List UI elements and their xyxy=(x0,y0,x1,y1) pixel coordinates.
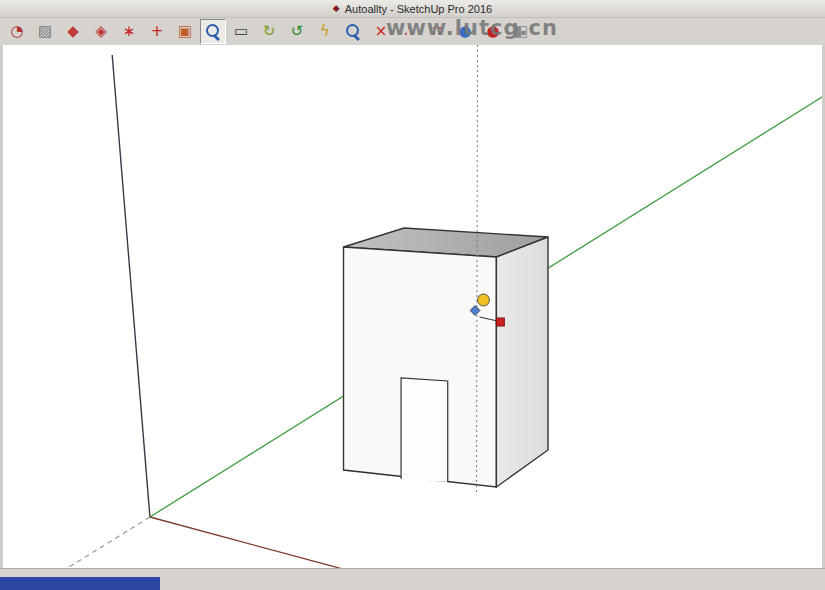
viewport-canvas[interactable] xyxy=(0,45,825,568)
paint-square-tool-icon[interactable]: ▣ xyxy=(172,19,198,44)
marker-yellow-circle xyxy=(478,294,490,306)
dots-tool-icon[interactable]: ∷ xyxy=(424,19,450,44)
green-axis-negative-dashed xyxy=(3,517,150,568)
status-blue-bar xyxy=(0,577,160,590)
door-opening[interactable] xyxy=(401,378,448,482)
box-tool-icon[interactable]: ◧ xyxy=(508,19,534,44)
zoom-plus-tool-icon[interactable] xyxy=(340,19,366,44)
cut-tool-icon[interactable]: × xyxy=(368,19,394,44)
swirl-tool-icon[interactable]: ↻ xyxy=(256,19,282,44)
sphere-tool-icon[interactable]: ● xyxy=(452,19,478,44)
box-right-face[interactable] xyxy=(496,237,548,487)
section-tool-icon[interactable]: ∴ xyxy=(396,19,422,44)
lightning-tool-icon[interactable]: ϟ xyxy=(312,19,338,44)
protractor-tool-icon[interactable]: ◔ xyxy=(4,19,30,44)
zoom-tool-icon[interactable] xyxy=(200,19,226,44)
blue-axis-line xyxy=(112,55,150,517)
dialog-tool-icon[interactable]: ▭ xyxy=(228,19,254,44)
app-icon: ◆ xyxy=(333,4,340,13)
red-axis-line xyxy=(150,517,432,568)
marker-red-square xyxy=(496,318,504,326)
pinwheel-tool-icon[interactable]: ◈ xyxy=(88,19,114,44)
toolbar: ◔ ▨ ◆ ◈ ∗ + ▣ ▭ ↻ ↺ ϟ × ∴ ∷ ● ● ◧ xyxy=(0,18,825,46)
title-bar: ◆ Autoallty - SketchUp Pro 2016 xyxy=(0,0,825,18)
status-bar xyxy=(0,568,825,590)
offset-tool-icon[interactable]: + xyxy=(144,19,170,44)
shaded-rect-tool-icon[interactable]: ▨ xyxy=(32,19,58,44)
asterisk-tool-icon[interactable]: ∗ xyxy=(116,19,142,44)
eraser-tool-icon[interactable]: ◆ xyxy=(60,19,86,44)
window-title: Autoallty - SketchUp Pro 2016 xyxy=(345,3,492,15)
orbit-tool-icon[interactable]: ↺ xyxy=(284,19,310,44)
ball-tool-icon[interactable]: ● xyxy=(480,19,506,44)
